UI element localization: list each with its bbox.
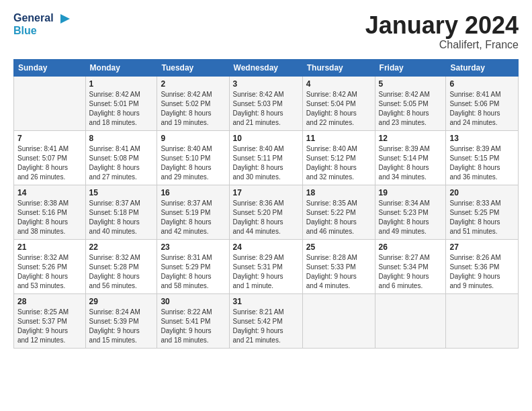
day-info: Sunrise: 8:41 AM Sunset: 5:08 PM Dayligh… xyxy=(89,144,154,182)
day-info: Sunrise: 8:33 AM Sunset: 5:25 PM Dayligh… xyxy=(449,199,515,236)
week-row-4: 21Sunrise: 8:32 AM Sunset: 5:26 PM Dayli… xyxy=(14,239,519,293)
day-info: Sunrise: 8:25 AM Sunset: 5:37 PM Dayligh… xyxy=(17,308,82,345)
week-row-2: 7Sunrise: 8:41 AM Sunset: 5:07 PM Daylig… xyxy=(14,130,519,185)
col-header-saturday: Saturday xyxy=(446,59,519,76)
day-cell: 20Sunrise: 8:33 AM Sunset: 5:25 PM Dayli… xyxy=(446,185,519,239)
day-number: 21 xyxy=(17,242,82,252)
day-info: Sunrise: 8:29 AM Sunset: 5:31 PM Dayligh… xyxy=(233,253,299,291)
col-header-wednesday: Wednesday xyxy=(229,59,302,76)
day-info: Sunrise: 8:31 AM Sunset: 5:29 PM Dayligh… xyxy=(161,253,225,291)
day-cell xyxy=(446,293,519,348)
day-cell: 3Sunrise: 8:42 AM Sunset: 5:03 PM Daylig… xyxy=(229,76,302,130)
day-cell: 25Sunrise: 8:28 AM Sunset: 5:33 PM Dayli… xyxy=(302,239,375,293)
day-info: Sunrise: 8:24 AM Sunset: 5:39 PM Dayligh… xyxy=(89,308,154,345)
logo-arrow-icon xyxy=(58,13,70,25)
day-number: 20 xyxy=(449,188,515,197)
day-number: 29 xyxy=(89,297,154,306)
day-cell: 19Sunrise: 8:34 AM Sunset: 5:23 PM Dayli… xyxy=(375,185,446,239)
day-cell: 21Sunrise: 8:32 AM Sunset: 5:26 PM Dayli… xyxy=(14,239,86,293)
day-info: Sunrise: 8:42 AM Sunset: 5:03 PM Dayligh… xyxy=(233,90,299,128)
day-info: Sunrise: 8:28 AM Sunset: 5:33 PM Dayligh… xyxy=(306,253,371,291)
day-info: Sunrise: 8:42 AM Sunset: 5:05 PM Dayligh… xyxy=(379,90,443,128)
day-number: 22 xyxy=(89,242,154,252)
day-cell: 13Sunrise: 8:39 AM Sunset: 5:15 PM Dayli… xyxy=(446,130,519,185)
day-cell: 17Sunrise: 8:36 AM Sunset: 5:20 PM Dayli… xyxy=(229,185,302,239)
day-cell: 9Sunrise: 8:40 AM Sunset: 5:10 PM Daylig… xyxy=(157,130,229,185)
col-header-sunday: Sunday xyxy=(14,59,86,76)
day-cell: 31Sunrise: 8:21 AM Sunset: 5:42 PM Dayli… xyxy=(229,293,302,348)
logo: General Blue xyxy=(13,12,70,37)
day-number: 5 xyxy=(379,79,443,89)
day-cell: 2Sunrise: 8:42 AM Sunset: 5:02 PM Daylig… xyxy=(157,76,229,130)
day-info: Sunrise: 8:22 AM Sunset: 5:41 PM Dayligh… xyxy=(161,308,225,345)
day-number: 7 xyxy=(17,134,82,143)
day-info: Sunrise: 8:34 AM Sunset: 5:23 PM Dayligh… xyxy=(379,199,443,236)
day-cell xyxy=(14,76,86,130)
day-cell: 30Sunrise: 8:22 AM Sunset: 5:41 PM Dayli… xyxy=(157,293,229,348)
day-number: 14 xyxy=(17,188,82,197)
day-cell: 28Sunrise: 8:25 AM Sunset: 5:37 PM Dayli… xyxy=(14,293,86,348)
day-number: 2 xyxy=(161,79,225,89)
day-info: Sunrise: 8:41 AM Sunset: 5:06 PM Dayligh… xyxy=(449,90,515,128)
header-row: SundayMondayTuesdayWednesdayThursdayFrid… xyxy=(14,59,519,76)
calendar-table: SundayMondayTuesdayWednesdayThursdayFrid… xyxy=(13,59,519,349)
day-cell: 8Sunrise: 8:41 AM Sunset: 5:08 PM Daylig… xyxy=(85,130,157,185)
day-info: Sunrise: 8:39 AM Sunset: 5:15 PM Dayligh… xyxy=(449,144,515,182)
day-info: Sunrise: 8:38 AM Sunset: 5:16 PM Dayligh… xyxy=(17,199,82,236)
day-info: Sunrise: 8:40 AM Sunset: 5:10 PM Dayligh… xyxy=(161,144,225,182)
day-cell: 22Sunrise: 8:32 AM Sunset: 5:28 PM Dayli… xyxy=(85,239,157,293)
day-number: 26 xyxy=(379,242,443,252)
day-number: 17 xyxy=(233,188,299,197)
day-cell: 27Sunrise: 8:26 AM Sunset: 5:36 PM Dayli… xyxy=(446,239,519,293)
day-cell: 23Sunrise: 8:31 AM Sunset: 5:29 PM Dayli… xyxy=(157,239,229,293)
day-info: Sunrise: 8:27 AM Sunset: 5:34 PM Dayligh… xyxy=(379,253,443,291)
day-number: 23 xyxy=(161,242,225,252)
day-number: 31 xyxy=(233,297,299,306)
day-info: Sunrise: 8:37 AM Sunset: 5:18 PM Dayligh… xyxy=(89,199,154,236)
day-info: Sunrise: 8:42 AM Sunset: 5:02 PM Dayligh… xyxy=(161,90,225,128)
day-number: 24 xyxy=(233,242,299,252)
day-number: 28 xyxy=(17,297,82,306)
day-number: 18 xyxy=(306,188,371,197)
day-info: Sunrise: 8:41 AM Sunset: 5:07 PM Dayligh… xyxy=(17,144,82,182)
day-cell xyxy=(302,293,375,348)
day-cell: 16Sunrise: 8:37 AM Sunset: 5:19 PM Dayli… xyxy=(157,185,229,239)
day-number: 15 xyxy=(89,188,154,197)
day-cell: 11Sunrise: 8:40 AM Sunset: 5:12 PM Dayli… xyxy=(302,130,375,185)
day-cell: 1Sunrise: 8:42 AM Sunset: 5:01 PM Daylig… xyxy=(85,76,157,130)
logo-wordmark: General Blue xyxy=(13,12,70,37)
day-info: Sunrise: 8:32 AM Sunset: 5:26 PM Dayligh… xyxy=(17,253,82,291)
day-number: 3 xyxy=(233,79,299,89)
day-number: 12 xyxy=(379,134,443,143)
day-info: Sunrise: 8:42 AM Sunset: 5:04 PM Dayligh… xyxy=(306,90,371,128)
svg-marker-0 xyxy=(60,14,70,24)
day-cell: 29Sunrise: 8:24 AM Sunset: 5:39 PM Dayli… xyxy=(85,293,157,348)
month-title: January 2024 xyxy=(365,12,519,39)
day-number: 8 xyxy=(89,134,154,143)
week-row-5: 28Sunrise: 8:25 AM Sunset: 5:37 PM Dayli… xyxy=(14,293,519,348)
day-number: 10 xyxy=(233,134,299,143)
day-info: Sunrise: 8:32 AM Sunset: 5:28 PM Dayligh… xyxy=(89,253,154,291)
day-number: 11 xyxy=(306,134,371,143)
day-cell: 4Sunrise: 8:42 AM Sunset: 5:04 PM Daylig… xyxy=(302,76,375,130)
day-info: Sunrise: 8:36 AM Sunset: 5:20 PM Dayligh… xyxy=(233,199,299,236)
col-header-friday: Friday xyxy=(375,59,446,76)
day-info: Sunrise: 8:21 AM Sunset: 5:42 PM Dayligh… xyxy=(233,308,299,345)
day-cell: 6Sunrise: 8:41 AM Sunset: 5:06 PM Daylig… xyxy=(446,76,519,130)
day-number: 30 xyxy=(161,297,225,306)
col-header-monday: Monday xyxy=(85,59,157,76)
title-block: January 2024 Chalifert, France xyxy=(365,12,519,51)
week-row-1: 1Sunrise: 8:42 AM Sunset: 5:01 PM Daylig… xyxy=(14,76,519,130)
header: General Blue January 2024 Chalifert, Fra… xyxy=(13,12,519,51)
day-cell: 26Sunrise: 8:27 AM Sunset: 5:34 PM Dayli… xyxy=(375,239,446,293)
day-cell: 5Sunrise: 8:42 AM Sunset: 5:05 PM Daylig… xyxy=(375,76,446,130)
page: General Blue January 2024 Chalifert, Fra… xyxy=(0,0,532,355)
day-number: 27 xyxy=(449,242,515,252)
day-cell: 10Sunrise: 8:40 AM Sunset: 5:11 PM Dayli… xyxy=(229,130,302,185)
day-cell: 24Sunrise: 8:29 AM Sunset: 5:31 PM Dayli… xyxy=(229,239,302,293)
col-header-thursday: Thursday xyxy=(302,59,375,76)
day-cell: 7Sunrise: 8:41 AM Sunset: 5:07 PM Daylig… xyxy=(14,130,86,185)
day-info: Sunrise: 8:37 AM Sunset: 5:19 PM Dayligh… xyxy=(161,199,225,236)
day-cell: 12Sunrise: 8:39 AM Sunset: 5:14 PM Dayli… xyxy=(375,130,446,185)
subtitle: Chalifert, France xyxy=(365,39,519,51)
